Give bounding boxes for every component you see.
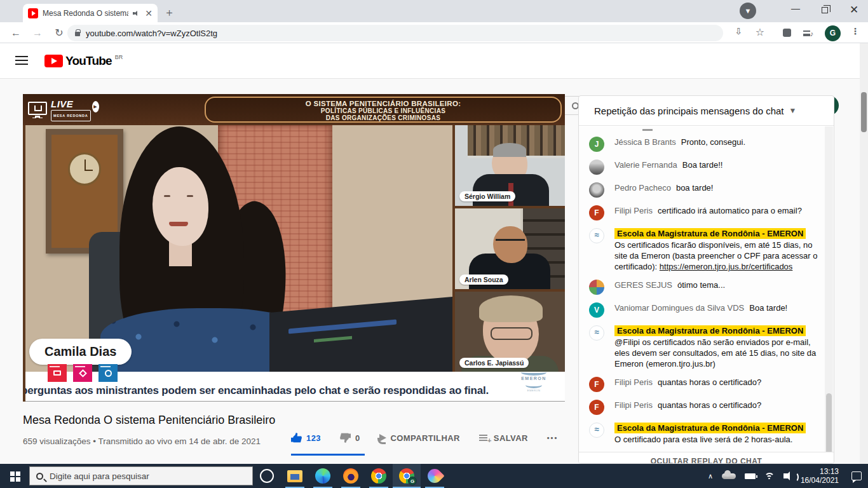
youtube-favicon <box>28 8 38 18</box>
tab-close-icon[interactable]: ✕ <box>145 9 153 18</box>
avatar <box>589 159 604 175</box>
edge-button[interactable] <box>309 464 337 488</box>
emeron-logo-avatar <box>589 423 604 438</box>
windows-taskbar: G ∧ 13:13 16/04/2021 <box>0 464 868 488</box>
tab-title: Mesa Redonda O sistema Pe <box>43 9 128 18</box>
profile-badge: G <box>408 477 417 485</box>
volume-icon[interactable] <box>783 473 788 478</box>
chat-message: F Filipi Periscertificado irá automatico… <box>579 201 825 224</box>
monitor-icon <box>28 102 47 115</box>
media-playlist-icon[interactable]: ♪ <box>801 28 816 38</box>
color-drop-app-button[interactable] <box>421 464 449 488</box>
more-actions-button[interactable]: ••• <box>547 434 559 442</box>
file-explorer-button[interactable] <box>281 464 309 488</box>
hide-chat-replay-button[interactable]: OCULTAR REPLAY DO CHAT <box>579 452 834 463</box>
thumbs-up-icon <box>291 433 302 443</box>
firefox-icon <box>343 468 358 484</box>
emeron-logo-avatar <box>589 325 604 341</box>
chat-message: GERES SEJUSótimo tema... <box>579 276 825 299</box>
chrome-button[interactable] <box>365 464 393 488</box>
action-center-icon[interactable] <box>851 471 862 480</box>
battery-icon[interactable] <box>745 473 756 479</box>
like-button[interactable]: 123 <box>291 433 321 443</box>
chat-scrollbar[interactable] <box>825 126 833 453</box>
firefox-button[interactable] <box>337 464 365 488</box>
chat-message: Valerie FernandaBoa tarde!! <box>579 156 825 179</box>
ticker-text: perguntas aos ministrantes podem ser enc… <box>25 384 489 397</box>
share-icon <box>379 434 386 442</box>
window-minimize-button[interactable]: — <box>782 0 810 21</box>
speaker-thumbnails: Sérgio William Arlen Souza Carlos E. Jap… <box>455 125 565 375</box>
chat-header-dropdown[interactable]: Repetição das principais mensagens do ch… <box>579 96 834 126</box>
chat-link[interactable]: https://emeron.tjro.jus.br/certificados <box>660 262 793 271</box>
taskbar-search-input[interactable] <box>50 471 246 481</box>
share-button[interactable]: COMPARTILHAR <box>379 433 460 443</box>
wifi-icon[interactable] <box>764 473 775 479</box>
new-tab-button[interactable]: ＋ <box>164 5 175 20</box>
date-text: 16/04/2021 <box>801 476 839 485</box>
speaker-thumbnail: Carlos E. Japiassú <box>455 292 565 372</box>
video-actions: 123 0 COMPARTILHAR SALVAR ••• <box>291 433 558 443</box>
avatar: F <box>589 377 604 392</box>
chevron-down-icon: ▼ <box>789 106 797 115</box>
browser-menu-icon[interactable]: ⋮ <box>848 26 863 36</box>
dislike-button[interactable]: 0 <box>340 433 360 443</box>
cortana-icon <box>260 469 274 483</box>
forward-button[interactable]: → <box>29 25 46 41</box>
save-button[interactable]: SALVAR <box>479 433 528 443</box>
browser-tabstrip: Mesa Redonda O sistema Pe ✕ ＋ ▼ — ✕ <box>0 0 868 22</box>
onedrive-icon[interactable] <box>722 473 736 479</box>
tray-expand-icon[interactable]: ∧ <box>708 472 713 480</box>
window-close-button[interactable]: ✕ <box>840 0 868 21</box>
screen: Mesa Redonda O sistema Pe ✕ ＋ ▼ — ✕ ← → … <box>0 0 868 488</box>
browser-tab[interactable]: Mesa Redonda O sistema Pe ✕ <box>23 4 158 22</box>
avatar: F <box>589 205 604 220</box>
address-bar[interactable]: youtube.com/watch?v=wZyzOtlS2tg <box>67 25 723 41</box>
avatar: F <box>589 400 604 415</box>
system-tray: ∧ 13:13 16/04/2021 <box>708 467 868 485</box>
lock-icon <box>75 32 80 36</box>
sdg-icons <box>48 364 118 382</box>
speaker-label: Sérgio William <box>459 191 515 201</box>
like-ratio-bar <box>291 454 365 456</box>
start-button[interactable] <box>0 464 29 488</box>
speaker-thumbnail: Arlen Souza <box>455 208 565 289</box>
chat-message: Escola da Magistratura de Rondônia - EME… <box>579 224 825 276</box>
page-scrollbar[interactable] <box>860 43 868 464</box>
taskbar-clock[interactable]: 13:13 16/04/2021 <box>801 467 839 485</box>
edge-icon <box>315 468 330 484</box>
bookmark-star-icon[interactable]: ☆ <box>752 26 768 38</box>
browser-toolbar: ← → ↻ youtube.com/watch?v=wZyzOtlS2tg ⇩ … <box>0 22 868 43</box>
reload-button[interactable]: ↻ <box>51 25 67 41</box>
cortana-button[interactable] <box>253 464 281 488</box>
page-scrollbar-thumb[interactable] <box>861 92 867 132</box>
extensions-icon[interactable] <box>779 29 794 39</box>
video-meta: 659 visualizações • Transmitido ao vivo … <box>23 437 261 446</box>
emeron-logo-avatar <box>589 228 604 243</box>
youtube-header: YouTube BR G <box>0 43 868 79</box>
youtube-logo[interactable]: YouTube BR <box>44 54 122 68</box>
live-mesa-redonda-logo: LIVEMESA REDONDA <box>28 97 91 119</box>
profile-avatar[interactable]: G <box>825 25 841 41</box>
menu-hamburger-icon[interactable] <box>15 56 28 65</box>
speaker-thumbnail: Sérgio William <box>455 125 565 206</box>
youtube-region-label: BR <box>115 54 123 60</box>
tab-audio-icon[interactable] <box>133 10 140 17</box>
chat-message: J Jéssica B BrantsPronto, consegui. <box>579 133 825 156</box>
chrome-profile-button[interactable]: G <box>393 464 421 488</box>
back-button[interactable]: ← <box>8 25 24 41</box>
chat-message: F Filipi Perisquantas horas o certificad… <box>579 373 825 396</box>
windows-logo-icon <box>10 471 15 476</box>
chrome-icon: G <box>399 468 414 484</box>
url-text: youtube.com/watch?v=wZyzOtlS2tg <box>86 29 217 38</box>
avatar: V <box>589 302 604 318</box>
video-player[interactable]: LIVEMESA REDONDA O SISTEMA PENITENCIÁRIO… <box>23 94 565 402</box>
speaker-label: Arlen Souza <box>459 274 508 285</box>
download-icon[interactable]: ⇩ <box>731 26 746 36</box>
taskbar-search[interactable] <box>29 466 253 485</box>
window-restore-button[interactable] <box>811 0 839 21</box>
media-controls-button[interactable]: ▼ <box>740 3 756 19</box>
avatar <box>589 182 604 198</box>
main-speaker-feed <box>25 125 452 372</box>
main-speaker-label: Camila Dias <box>29 339 132 365</box>
